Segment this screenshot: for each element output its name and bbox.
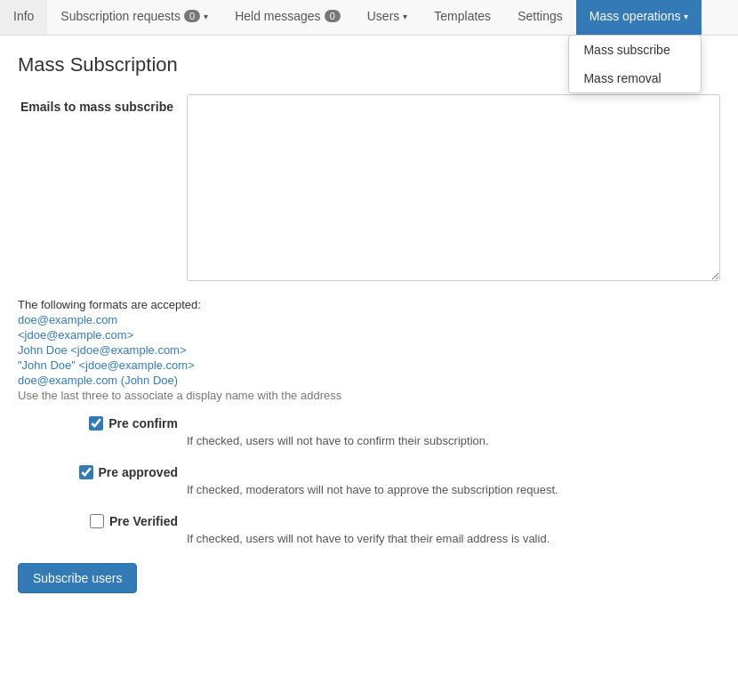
format-example-3: "John Doe" <jdoe@example.com> <box>18 358 720 372</box>
pre-confirm-label[interactable]: Pre confirm <box>89 416 178 430</box>
format-note: Use the last three to associate a displa… <box>18 389 720 402</box>
mass-removal-menu-item[interactable]: Mass removal <box>569 64 701 93</box>
pre-verified-desc: If checked, users will not have to verif… <box>187 532 720 545</box>
nav-settings[interactable]: Settings <box>504 0 576 35</box>
format-heading: The following formats are accepted: <box>18 298 720 311</box>
subscription-requests-badge: 0 <box>184 10 200 22</box>
pre-verified-row: Pre Verified <box>18 514 720 528</box>
nav-users-label: Users <box>367 9 400 23</box>
nav-info[interactable]: Info <box>0 0 47 35</box>
emails-control-wrapper <box>187 94 720 284</box>
pre-approved-label[interactable]: Pre approved <box>79 465 178 479</box>
nav-mass-operations[interactable]: Mass operations ▾ <box>576 0 702 35</box>
pre-confirm-group: Pre confirm If checked, users will not h… <box>18 416 720 447</box>
format-example-2: John Doe <jdoe@example.com> <box>18 343 720 357</box>
nav-users[interactable]: Users ▾ <box>354 0 421 35</box>
format-example-1: <jdoe@example.com> <box>18 328 720 342</box>
users-caret: ▾ <box>403 12 407 21</box>
pre-verified-label[interactable]: Pre Verified <box>90 514 178 528</box>
pre-approved-checkbox[interactable] <box>79 465 93 479</box>
emails-textarea[interactable] <box>187 94 720 281</box>
subscribe-users-button[interactable]: Subscribe users <box>18 563 137 593</box>
format-example-4: doe@example.com (John Doe) <box>18 374 720 387</box>
mass-operations-caret: ▾ <box>684 12 688 21</box>
pre-confirm-desc: If checked, users will not have to confi… <box>187 434 720 447</box>
format-example-0: doe@example.com <box>18 313 720 326</box>
pre-approved-group: Pre approved If checked, moderators will… <box>18 465 720 496</box>
nav-mass-operations-label: Mass operations <box>590 9 681 23</box>
nav-subscription-requests-label: Subscription requests <box>60 9 180 23</box>
pre-verified-checkbox[interactable] <box>90 514 104 528</box>
nav-held-messages[interactable]: Held messages 0 <box>221 0 354 35</box>
emails-label: Emails to mass subscribe <box>18 94 187 114</box>
nav-held-messages-label: Held messages <box>235 9 321 23</box>
emails-form-group: Emails to mass subscribe <box>18 94 720 284</box>
pre-approved-desc: If checked, moderators will not have to … <box>187 483 720 496</box>
mass-operations-dropdown-wrapper: Mass operations ▾ Mass subscribe Mass re… <box>576 0 702 35</box>
format-info: The following formats are accepted: doe@… <box>18 298 720 402</box>
mass-subscribe-menu-item[interactable]: Mass subscribe <box>569 36 701 64</box>
nav-settings-label: Settings <box>517 9 563 23</box>
pre-verified-group: Pre Verified If checked, users will not … <box>18 514 720 545</box>
pre-approved-row: Pre approved <box>18 465 720 479</box>
mass-operations-menu: Mass subscribe Mass removal <box>568 35 702 93</box>
subscription-requests-caret: ▾ <box>204 12 208 21</box>
nav-templates[interactable]: Templates <box>421 0 504 35</box>
navbar: Info Subscription requests 0 ▾ Held mess… <box>0 0 738 36</box>
nav-subscription-requests[interactable]: Subscription requests 0 ▾ <box>47 0 221 35</box>
held-messages-badge: 0 <box>325 10 341 22</box>
nav-templates-label: Templates <box>434 9 491 23</box>
main-content: Mass Subscription Emails to mass subscri… <box>0 36 738 611</box>
pre-confirm-row: Pre confirm <box>18 416 720 430</box>
pre-confirm-checkbox[interactable] <box>89 416 103 430</box>
nav-info-label: Info <box>13 9 34 23</box>
